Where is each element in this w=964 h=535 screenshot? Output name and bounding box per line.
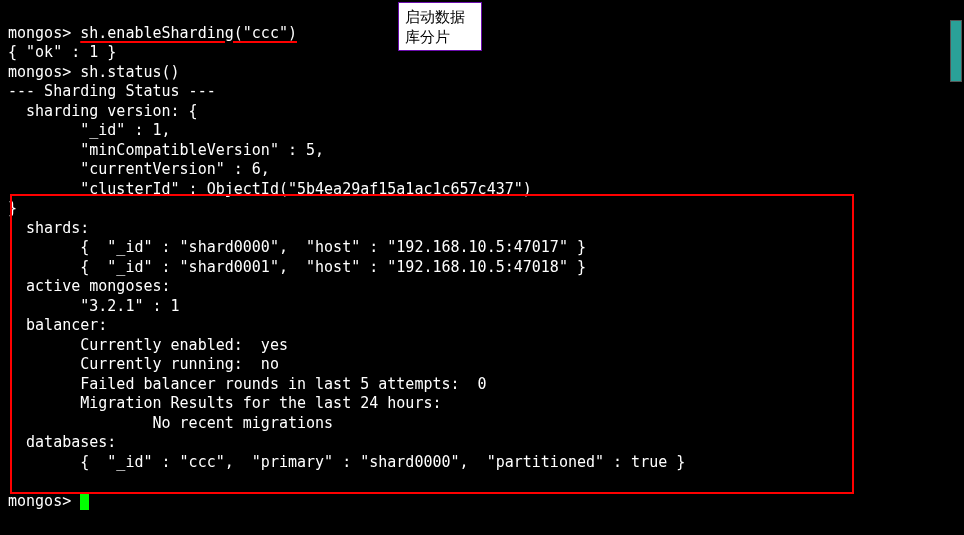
balancer-migration-header: Migration Results for the last 24 hours: (8, 394, 441, 412)
balancer-header: balancer: (8, 316, 107, 334)
balancer-failed: Failed balancer rounds in last 5 attempt… (8, 375, 487, 393)
balancer-enabled: Currently enabled: yes (8, 336, 288, 354)
prompt: mongos> (8, 492, 71, 510)
shard-row: { "_id" : "shard0000", "host" : "192.168… (8, 238, 586, 256)
shards-header: shards: (8, 219, 89, 237)
brace-close: } (8, 199, 17, 217)
active-mongoses-header: active mongoses: (8, 277, 171, 295)
shard-row: { "_id" : "shard0001", "host" : "192.168… (8, 258, 586, 276)
command-enable-sharding: sh.enableSharding("ccc") (80, 24, 297, 42)
version-current: "currentVersion" : 6, (8, 160, 270, 178)
version-cluster: "clusterId" : ObjectId("5b4ea29af15a1ac1… (8, 180, 532, 198)
scrollbar[interactable] (950, 20, 962, 82)
prompt: mongos> (8, 63, 71, 81)
cursor[interactable] (80, 494, 89, 510)
terminal-output[interactable]: mongos> sh.enableSharding("ccc") { "ok" … (0, 0, 964, 515)
database-row: { "_id" : "ccc", "primary" : "shard0000"… (8, 453, 685, 471)
command-sh-status: sh.status() (80, 63, 179, 81)
annotation-callout: 启动数据库分片 (398, 2, 482, 51)
balancer-running: Currently running: no (8, 355, 279, 373)
version-mincompat: "minCompatibleVersion" : 5, (8, 141, 324, 159)
mongoses-version: "3.2.1" : 1 (8, 297, 180, 315)
prompt: mongos> (8, 24, 71, 42)
version-open: sharding version: { (8, 102, 198, 120)
status-header: --- Sharding Status --- (8, 82, 216, 100)
databases-header: databases: (8, 433, 116, 451)
output-ok: { "ok" : 1 } (8, 43, 116, 61)
version-id: "_id" : 1, (8, 121, 171, 139)
balancer-no-migrations: No recent migrations (8, 414, 333, 432)
